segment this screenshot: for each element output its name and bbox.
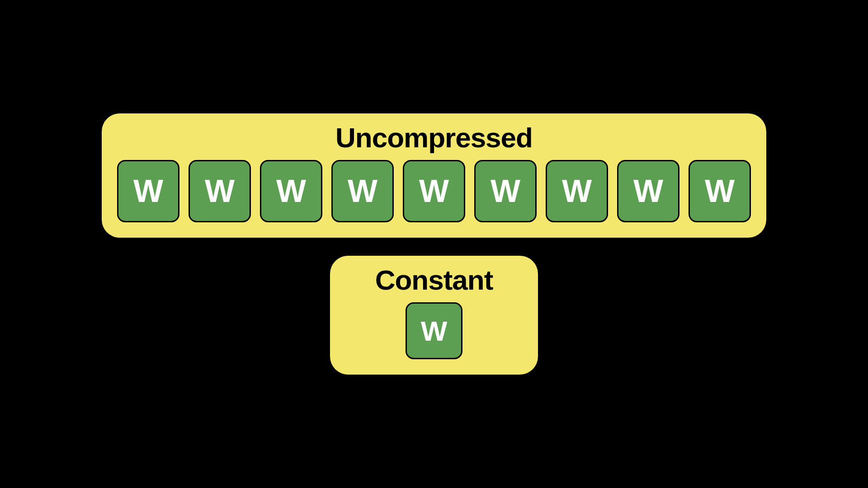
tile: W — [331, 160, 394, 222]
tile-letter: W — [205, 173, 235, 209]
constant-title: Constant — [375, 264, 493, 296]
tile-letter: W — [133, 173, 163, 209]
tile: W — [546, 160, 608, 222]
tile: W — [260, 160, 322, 222]
constant-tile-row: W — [406, 302, 462, 359]
constant-panel: Constant W — [330, 256, 538, 375]
tile: W — [474, 160, 537, 222]
tile-letter: W — [419, 173, 449, 209]
tile-letter: W — [421, 315, 448, 347]
tile-letter: W — [705, 173, 735, 209]
uncompressed-tile-row: W W W W W W W W W — [117, 160, 751, 222]
tile: W — [689, 160, 751, 222]
tile-letter: W — [276, 173, 306, 209]
tile: W — [189, 160, 251, 222]
tile: W — [617, 160, 679, 222]
tile: W — [117, 160, 179, 222]
tile: W — [406, 302, 462, 359]
tile: W — [403, 160, 465, 222]
tile-letter: W — [562, 173, 592, 209]
uncompressed-panel: Uncompressed W W W W W W W W W — [102, 113, 766, 238]
uncompressed-title: Uncompressed — [335, 122, 533, 154]
tile-letter: W — [348, 173, 377, 209]
tile-letter: W — [491, 173, 520, 209]
tile-letter: W — [633, 173, 663, 209]
